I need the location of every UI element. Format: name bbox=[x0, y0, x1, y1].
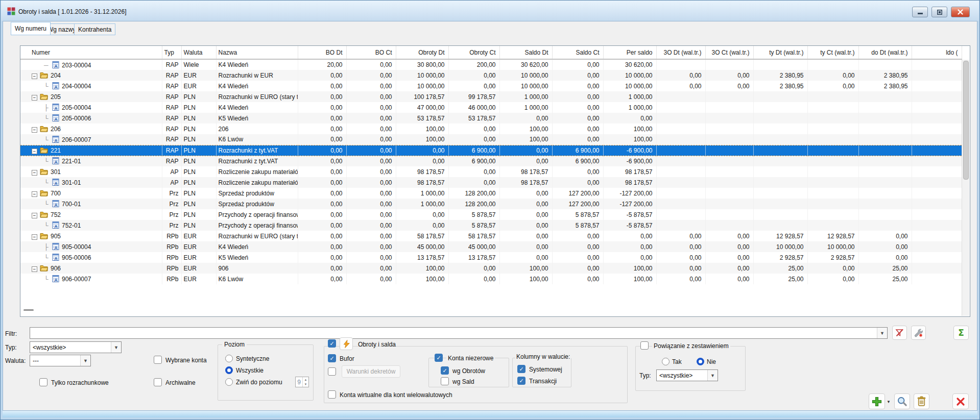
tab-wg-numeru[interactable]: Wg numeru bbox=[11, 22, 51, 35]
column-header[interactable]: Numer bbox=[20, 46, 162, 59]
tree-collapse-icon[interactable]: − bbox=[32, 149, 37, 154]
column-header[interactable]: Saldo Ct bbox=[552, 46, 603, 59]
minimize-button[interactable] bbox=[912, 7, 928, 17]
table-row[interactable]: −301APPLNRozliczenie zakupu materiałów0,… bbox=[20, 166, 962, 177]
column-header[interactable]: ty Dt (wal.tr.) bbox=[753, 46, 807, 59]
table-row[interactable]: └A206-00007RAPPLNK6 Lwów0,000,00100,000,… bbox=[20, 134, 962, 145]
statement-link-no-radio[interactable] bbox=[697, 358, 704, 365]
account-icon: A bbox=[52, 61, 59, 68]
column-header[interactable]: BO Dt bbox=[298, 46, 346, 59]
table-row[interactable]: −205RAPPLNRozrachunki w EURO (stary typ … bbox=[20, 91, 962, 102]
tree-collapse-icon[interactable]: − bbox=[32, 234, 37, 240]
account-icon: A bbox=[52, 104, 59, 111]
currency-filter-label: Waluta: bbox=[5, 357, 26, 364]
table-row[interactable]: └A906-00007RPbEURK6 Lwów0,000,00100,000,… bbox=[20, 274, 962, 284]
column-header[interactable]: ty Ct (wal.tr.) bbox=[807, 46, 858, 59]
table-row[interactable]: −206RAPPLN2060,000,00100,000,00100,000,0… bbox=[20, 123, 962, 134]
buffer-label: Bufor bbox=[340, 355, 354, 362]
filter-settings-button[interactable] bbox=[911, 326, 926, 340]
table-row[interactable]: ├A905-00004RPbEURK4 Wiedeń0,000,0045 000… bbox=[20, 241, 962, 252]
level-all-radio[interactable] bbox=[225, 366, 233, 374]
column-header[interactable]: Saldo Dt bbox=[499, 46, 552, 59]
table-row[interactable]: └A221-01RAPPLNRozrachunki z tyt.VAT0,000… bbox=[20, 156, 962, 166]
search-button[interactable] bbox=[894, 393, 910, 409]
statement-link-checkbox[interactable] bbox=[640, 341, 649, 350]
tree-collapse-icon[interactable]: − bbox=[32, 73, 37, 79]
type-filter-select[interactable]: <wszystkie> ▼ bbox=[30, 341, 122, 353]
table-row[interactable]: −221RAPPLNRozrachunki z tyt.VAT0,000,000… bbox=[20, 145, 962, 156]
table-row[interactable]: ├A205-00004RAPPLNK4 Wiedeń0,000,0047 000… bbox=[20, 102, 962, 113]
nonzero-accounts-checkbox[interactable]: ✓ bbox=[435, 354, 443, 362]
table-row[interactable]: ─A203-00004RAPWieleK4 Wiedeń20,000,0030 … bbox=[20, 59, 962, 70]
only-settlement-checkbox[interactable] bbox=[39, 378, 47, 386]
tree-collapse-icon[interactable]: − bbox=[32, 170, 37, 176]
scrollbar-thumb[interactable] bbox=[963, 61, 969, 180]
delete-button[interactable] bbox=[914, 393, 929, 409]
archival-checkbox[interactable] bbox=[154, 378, 162, 386]
table-header-row: NumerTypWalutaNazwaBO DtBO CtObroty DtOb… bbox=[20, 46, 962, 59]
tab-label: Wg nazwy bbox=[47, 26, 76, 33]
transaction-currency-checkbox[interactable]: ✓ bbox=[517, 377, 525, 385]
tree-collapse-icon[interactable]: − bbox=[32, 127, 37, 133]
system-currency-checkbox[interactable]: ✓ bbox=[517, 365, 525, 373]
statement-type-select[interactable]: <wszystkie> ▼ bbox=[656, 369, 718, 381]
column-header[interactable]: Nazwa bbox=[216, 46, 298, 59]
tree-collapse-icon[interactable]: − bbox=[32, 95, 37, 101]
statement-link-yes-radio[interactable] bbox=[662, 358, 670, 365]
table-row[interactable]: −905RPbEURRozrachunki w EURO (stary typ … bbox=[20, 231, 962, 241]
by-balance-checkbox[interactable] bbox=[441, 377, 449, 385]
table-row[interactable]: └A752-01PrzPLNPrzychody z operacji finan… bbox=[20, 220, 962, 231]
table-row[interactable]: └A905-00006RPbEURK5 Wiedeń0,000,0013 178… bbox=[20, 252, 962, 263]
level-collapse-radio[interactable] bbox=[225, 378, 233, 386]
turnover-checkbox[interactable]: ✓ bbox=[328, 339, 336, 348]
by-turnover-checkbox[interactable]: ✓ bbox=[441, 366, 449, 375]
column-header[interactable]: 3O Dt (wal.tr.) bbox=[656, 46, 705, 59]
column-header[interactable]: 3O Ct (wal.tr.) bbox=[705, 46, 753, 59]
tab-kontrahenta[interactable]: Kontrahenta bbox=[74, 23, 115, 35]
chevron-down-icon[interactable]: ▼ bbox=[707, 370, 718, 381]
column-header[interactable]: Obroty Ct bbox=[448, 46, 499, 59]
add-button[interactable] bbox=[869, 393, 885, 409]
tab-label: Wg numeru bbox=[15, 25, 46, 32]
column-header[interactable]: Per saldo bbox=[603, 46, 656, 59]
column-header[interactable]: ldo ( bbox=[912, 46, 962, 59]
currency-filter-select[interactable]: --- ▼ bbox=[30, 355, 91, 366]
table-row[interactable]: −906RPbEUR9060,000,00100,000,00100,000,0… bbox=[20, 263, 962, 274]
tree-collapse-icon[interactable]: − bbox=[32, 266, 37, 272]
table-row[interactable]: └A700-01PrzPLNSprzedaż produktów0,000,00… bbox=[20, 199, 962, 209]
table-row[interactable]: └A205-00006RAPPLNK5 Wiedeń0,000,0053 178… bbox=[20, 113, 962, 123]
buffer-checkbox[interactable]: ✓ bbox=[328, 354, 336, 362]
table-row[interactable]: └A301-01APPLNRozliczenie zakupu materiał… bbox=[20, 177, 962, 188]
decree-conditions-checkbox[interactable] bbox=[328, 367, 336, 376]
clear-filter-button[interactable] bbox=[892, 326, 907, 340]
table-row[interactable]: −204RAPEURRozrachunki w EUR0,000,0010 00… bbox=[20, 70, 962, 81]
column-header[interactable]: do Dt (wal.tr.) bbox=[858, 46, 912, 59]
filter-input[interactable]: ▼ bbox=[30, 327, 888, 339]
table-row[interactable]: −700PrzPLNSprzedaż produktów0,000,001 00… bbox=[20, 188, 962, 199]
tree-collapse-icon[interactable]: − bbox=[32, 191, 37, 197]
horizontal-scrollbar-thumb[interactable] bbox=[23, 309, 34, 311]
column-header[interactable]: Typ bbox=[162, 46, 181, 59]
column-header[interactable]: Obroty Dt bbox=[396, 46, 448, 59]
close-button[interactable] bbox=[951, 7, 970, 17]
chevron-down-icon[interactable]: ▼ bbox=[877, 328, 887, 338]
selected-accounts-checkbox[interactable] bbox=[154, 356, 162, 364]
cancel-button[interactable] bbox=[952, 393, 969, 409]
level-spinner[interactable]: 9 ▲▼ bbox=[295, 377, 309, 387]
add-dropdown-icon[interactable]: ▼ bbox=[887, 400, 891, 404]
table-row[interactable]: −752PrzPLNPrzychody z operacji finansowy… bbox=[20, 209, 962, 220]
virtual-accounts-checkbox[interactable] bbox=[328, 390, 336, 399]
maximize-button[interactable] bbox=[931, 7, 947, 17]
table-row[interactable]: └A204-00004RAPEURK4 Wiedeń0,000,0010 000… bbox=[20, 81, 962, 91]
tree-collapse-icon[interactable]: − bbox=[32, 213, 37, 218]
sum-button[interactable]: Σ bbox=[953, 326, 969, 340]
level-synthetic-radio[interactable] bbox=[225, 355, 233, 362]
chevron-down-icon[interactable]: ▼ bbox=[111, 342, 121, 353]
column-header[interactable]: BO Ct bbox=[346, 46, 396, 59]
recalculate-button[interactable] bbox=[340, 337, 353, 350]
chevron-down-icon[interactable]: ▼ bbox=[80, 355, 90, 366]
spinner-arrows-icon[interactable]: ▲▼ bbox=[302, 377, 308, 387]
column-header[interactable]: Waluta bbox=[181, 46, 216, 59]
decree-conditions-button[interactable]: Warunki dekretów bbox=[342, 365, 400, 378]
vertical-scrollbar[interactable] bbox=[962, 60, 969, 316]
